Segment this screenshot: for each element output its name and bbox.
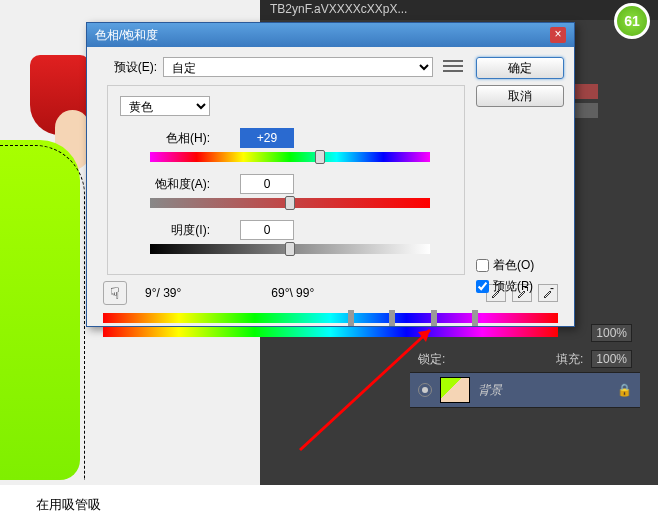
colorize-checkbox[interactable]: 着色(O) — [476, 257, 564, 274]
lock-icon: 🔒 — [617, 383, 632, 397]
layers-panel: 100% 锁定: 填充: 100% 背景 🔒 — [410, 320, 640, 480]
lightness-label: 明度(I): — [120, 222, 210, 239]
hue-input[interactable] — [240, 128, 294, 148]
dialog-titlebar[interactable]: 色相/饱和度 × — [87, 23, 574, 47]
saturation-thumb[interactable] — [285, 196, 295, 210]
dialog-title: 色相/饱和度 — [95, 27, 158, 44]
swatch-1[interactable] — [574, 84, 598, 99]
tab-filename: TB2ynF.aVXXXXcXXpX... — [270, 2, 407, 16]
angle-left: 9°/ 39° — [145, 286, 181, 300]
ok-button[interactable]: 确定 — [476, 57, 564, 79]
fill-label: 填充: — [556, 351, 583, 368]
document-tab[interactable]: TB2ynF.aVXXXXcXXpX... — [260, 0, 658, 20]
spectrum-bottom — [103, 327, 558, 337]
hand-tool-icon[interactable]: ☟ — [103, 281, 127, 305]
color-panel — [570, 80, 640, 230]
cancel-button[interactable]: 取消 — [476, 85, 564, 107]
fill-value: 100% — [591, 350, 632, 368]
layer-row-background[interactable]: 背景 🔒 — [410, 372, 640, 408]
swatch-2[interactable] — [574, 103, 598, 118]
hue-slider[interactable] — [150, 152, 430, 162]
preset-select[interactable]: 自定 — [163, 57, 433, 77]
lightness-input[interactable] — [240, 220, 294, 240]
preset-label: 预设(E): — [97, 59, 157, 76]
hue-thumb[interactable] — [315, 150, 325, 164]
saturation-slider[interactable] — [150, 198, 430, 208]
spectrum-top[interactable] — [103, 313, 558, 323]
lightness-slider[interactable] — [150, 244, 430, 254]
channel-select[interactable]: 黄色 — [120, 96, 210, 116]
adjustment-panel: 黄色 色相(H): 饱和度(A): 明度(I): — [107, 85, 465, 275]
preview-checkbox[interactable]: 预览(P) — [476, 278, 564, 295]
saturation-label: 饱和度(A): — [120, 176, 210, 193]
angle-right: 69°\ 99° — [271, 286, 314, 300]
lightness-thumb[interactable] — [285, 242, 295, 256]
hue-label: 色相(H): — [120, 130, 210, 147]
preset-menu-icon[interactable] — [443, 60, 463, 74]
lock-label: 锁定: — [418, 351, 445, 368]
badge-61: 61 — [614, 3, 650, 39]
saturation-input[interactable] — [240, 174, 294, 194]
layer-name: 背景 — [478, 382, 502, 399]
caption-text: 在用吸管吸 — [36, 496, 101, 514]
visibility-eye-icon[interactable] — [418, 383, 432, 397]
hue-saturation-dialog: 色相/饱和度 × 预设(E): 自定 确定 取消 黄色 色相(H): 饱和度(A… — [86, 22, 575, 327]
marquee-selection — [0, 145, 85, 480]
close-icon[interactable]: × — [550, 27, 566, 43]
layer-thumbnail[interactable] — [440, 377, 470, 403]
opacity-value: 100% — [591, 324, 632, 342]
